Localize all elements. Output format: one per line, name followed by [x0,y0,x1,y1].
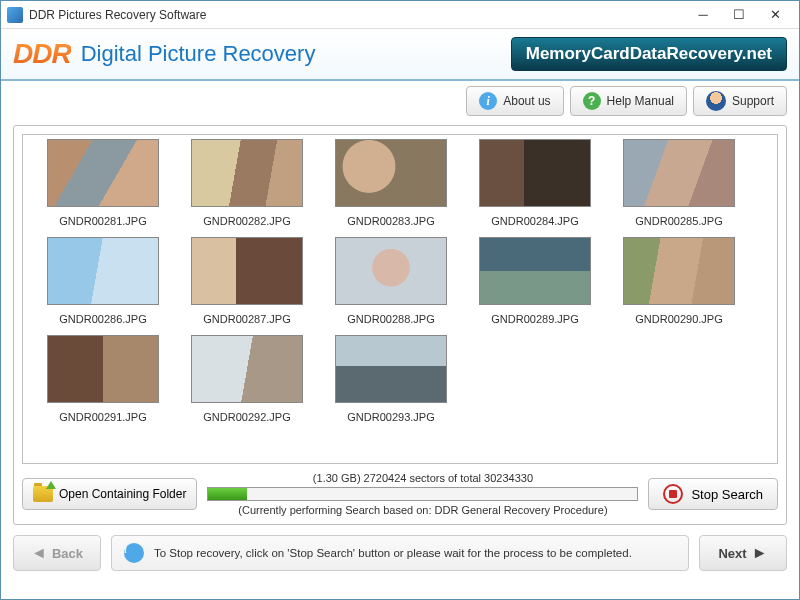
about-label: About us [503,94,550,108]
progress-row: Open Containing Folder (1.30 GB) 2720424… [22,472,778,516]
thumbnail-image [335,335,447,403]
thumbnail-filename: GNDR00281.JPG [59,215,146,227]
main-panel: GNDR00281.JPGGNDR00282.JPGGNDR00283.JPGG… [13,125,787,525]
thumbnail-item[interactable]: GNDR00291.JPG [31,335,175,429]
open-folder-label: Open Containing Folder [59,487,186,501]
brand-bar: DDR Digital Picture Recovery MemoryCardD… [1,29,799,81]
support-label: Support [732,94,774,108]
maximize-button[interactable]: ☐ [721,5,757,25]
thumbnail-filename: GNDR00293.JPG [347,411,434,423]
info-icon: i [124,543,144,563]
thumbnail-filename: GNDR00283.JPG [347,215,434,227]
thumbnail-filename: GNDR00284.JPG [491,215,578,227]
open-folder-button[interactable]: Open Containing Folder [22,478,197,510]
thumbnail-filename: GNDR00292.JPG [203,411,290,423]
app-icon [7,7,23,23]
folder-icon [33,486,53,502]
thumbnail-image [191,139,303,207]
next-button[interactable]: Next ► [699,535,787,571]
thumbnail-filename: GNDR00288.JPG [347,313,434,325]
thumbnail-image [47,237,159,305]
back-button: ◄ Back [13,535,101,571]
thumbnail-filename: GNDR00285.JPG [635,215,722,227]
minimize-button[interactable]: ─ [685,5,721,25]
thumbnail-image [623,237,735,305]
stop-search-button[interactable]: Stop Search [648,478,778,510]
thumbnail-image [335,139,447,207]
thumbnail-grid[interactable]: GNDR00281.JPGGNDR00282.JPGGNDR00283.JPGG… [22,134,778,464]
thumbnail-item[interactable]: GNDR00286.JPG [31,237,175,331]
thumbnail-filename: GNDR00286.JPG [59,313,146,325]
thumbnail-image [191,237,303,305]
logo: DDR [13,38,71,70]
thumbnail-filename: GNDR00287.JPG [203,313,290,325]
thumbnail-image [623,139,735,207]
thumbnail-filename: GNDR00291.JPG [59,411,146,423]
about-button[interactable]: i About us [466,86,563,116]
thumbnail-item[interactable]: GNDR00292.JPG [175,335,319,429]
stop-icon [663,484,683,504]
mode-text: (Currently performing Search based on: D… [238,504,607,516]
support-icon [706,91,726,111]
stop-label: Stop Search [691,487,763,502]
thumbnail-image [47,139,159,207]
next-label: Next [718,546,746,561]
thumbnail-item[interactable]: GNDR00283.JPG [319,139,463,233]
help-label: Help Manual [607,94,674,108]
close-button[interactable]: ✕ [757,5,793,25]
thumbnail-item[interactable]: GNDR00284.JPG [463,139,607,233]
thumbnail-item[interactable]: GNDR00282.JPG [175,139,319,233]
info-icon: i [479,92,497,110]
arrow-right-icon: ► [752,544,768,562]
sectors-text: (1.30 GB) 2720424 sectors of total 30234… [313,472,533,484]
thumbnail-image [479,237,591,305]
thumbnail-item[interactable]: GNDR00290.JPG [607,237,751,331]
thumbnail-filename: GNDR00289.JPG [491,313,578,325]
support-button[interactable]: Support [693,86,787,116]
arrow-left-icon: ◄ [31,544,47,562]
progress-bar [207,487,638,501]
thumbnail-image [191,335,303,403]
thumbnail-item[interactable]: GNDR00288.JPG [319,237,463,331]
window-title: DDR Pictures Recovery Software [29,8,685,22]
footer: ◄ Back i To Stop recovery, click on 'Sto… [13,535,787,571]
brand-url: MemoryCardDataRecovery.net [511,37,787,71]
thumbnail-item[interactable]: GNDR00293.JPG [319,335,463,429]
thumbnail-item[interactable]: GNDR00287.JPG [175,237,319,331]
info-box: i To Stop recovery, click on 'Stop Searc… [111,535,689,571]
thumbnail-image [479,139,591,207]
thumbnail-filename: GNDR00290.JPG [635,313,722,325]
product-name: Digital Picture Recovery [81,41,316,67]
thumbnail-image [335,237,447,305]
thumbnail-item[interactable]: GNDR00289.JPG [463,237,607,331]
thumbnail-image [47,335,159,403]
thumbnail-filename: GNDR00282.JPG [203,215,290,227]
back-label: Back [52,546,83,561]
help-icon: ? [583,92,601,110]
thumbnail-item[interactable]: GNDR00285.JPG [607,139,751,233]
toolbar: i About us ? Help Manual Support [1,81,799,121]
info-text: To Stop recovery, click on 'Stop Search'… [154,547,632,559]
titlebar: DDR Pictures Recovery Software ─ ☐ ✕ [1,1,799,29]
help-button[interactable]: ? Help Manual [570,86,687,116]
thumbnail-item[interactable]: GNDR00281.JPG [31,139,175,233]
